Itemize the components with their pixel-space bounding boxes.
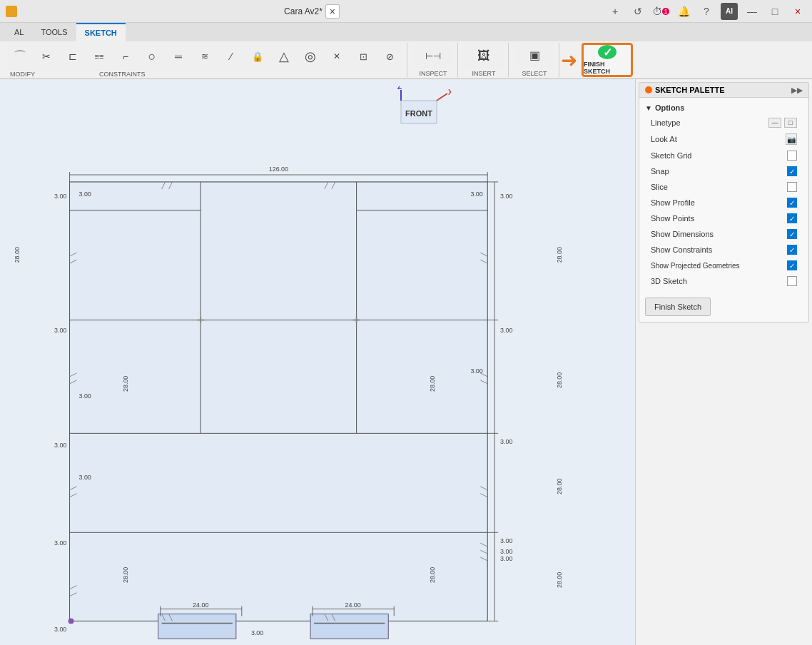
dim-3-mr4: 3.00 — [500, 548, 512, 555]
options-label: Options — [655, 103, 685, 112]
right-panel: SKETCH PALETTE ▶▶ ▼ Options Linetype — □ — [635, 79, 812, 645]
snap-label: Snap — [651, 167, 669, 176]
dim-3-bl: 3.00 — [54, 626, 66, 633]
dim-3-inner3: 3.00 — [78, 474, 91, 481]
svg-rect-3 — [70, 182, 488, 621]
lock-tool[interactable]: 🔒 — [245, 42, 270, 71]
cross-tool[interactable]: ✕ — [324, 42, 350, 71]
help-btn[interactable]: ? — [698, 3, 715, 20]
measure-tool[interactable]: ⊢⊣ — [413, 43, 453, 68]
line-tool[interactable]: ∕ — [218, 42, 244, 71]
mirror-tool[interactable]: ≡≡ — [86, 42, 112, 71]
dim-3-door1: 3.00 — [251, 629, 263, 636]
dim-24-right: 24.00 — [345, 601, 360, 609]
circle-tool[interactable]: ○ — [139, 42, 165, 71]
linetype-icon1[interactable]: — — [768, 118, 781, 128]
dim-28-int2: 28.00 — [122, 567, 129, 583]
palette-item-3dsketch: 3D Sketch — [645, 273, 803, 289]
sketch-svg: 126.00 28.00 28.00 28.00 28.00 3.00 3.00… — [0, 79, 635, 645]
sketch-grid-label: Sketch Grid — [651, 151, 691, 160]
select-group: ▣ SELECT — [510, 43, 559, 77]
titlebar-actions: + ↺ ⏱1 🔔 ? AI — □ × — [607, 3, 806, 20]
linetype-icon2[interactable]: □ — [784, 118, 797, 128]
constraints-label: CONSTRAINTS — [99, 71, 146, 78]
select-label: SELECT — [522, 70, 547, 77]
canvas-area[interactable]: FRONT Z X — [0, 79, 635, 645]
3dsketch-label: 3D Sketch — [651, 277, 687, 285]
toolbar-tabs: AL TOOLS SKETCH — [0, 23, 812, 41]
close-btn[interactable]: × — [789, 3, 806, 20]
dim-28-right4: 28.00 — [556, 572, 563, 588]
sketch-grid-checkbox[interactable] — [787, 151, 797, 161]
slice-checkbox[interactable] — [787, 182, 797, 192]
show-points-label: Show Points — [651, 214, 694, 223]
show-points-checkbox[interactable]: ✓ — [787, 213, 797, 223]
options-header[interactable]: ▼ Options — [645, 101, 803, 115]
dim-28-int4: 28.00 — [429, 567, 436, 583]
tab-al[interactable]: AL — [6, 23, 32, 41]
show-projected-checkbox[interactable]: ✓ — [787, 260, 797, 270]
tab-tools[interactable]: TOOLS — [32, 23, 76, 41]
tab-close-btn[interactable]: × — [325, 4, 340, 19]
palette-item-show-profile: Show Profile ✓ — [645, 195, 803, 210]
palette-dot — [645, 86, 652, 93]
linetype-label: Linetype — [651, 118, 681, 127]
image-insert-tool[interactable]: 🖼 — [464, 43, 504, 68]
minimize-btn[interactable]: — — [744, 3, 761, 20]
dim-3-tr: 3.00 — [500, 193, 512, 200]
palette-expand-icon[interactable]: ▶▶ — [791, 86, 803, 94]
dim-28-int3: 28.00 — [429, 376, 436, 392]
dim-3-ml3: 3.00 — [54, 539, 66, 547]
snap-checkbox[interactable]: ✓ — [787, 166, 797, 176]
svg-rect-18 — [310, 614, 388, 639]
ai-btn[interactable]: AI — [721, 3, 738, 20]
history-btn[interactable]: ⏱1 — [652, 3, 669, 20]
maximize-btn[interactable]: □ — [766, 3, 783, 20]
dim-28-left1: 28.00 — [14, 247, 21, 263]
refresh-btn[interactable]: ↺ — [629, 3, 646, 20]
offset-tool[interactable]: ⊏ — [60, 42, 86, 71]
triangle-tool[interactable]: △ — [271, 42, 297, 71]
tab-sketch[interactable]: SKETCH — [76, 23, 126, 41]
palette-item-show-points: Show Points ✓ — [645, 210, 803, 226]
dim-3-inner1: 3.00 — [78, 191, 91, 198]
extend-tool[interactable]: ⊘ — [377, 42, 402, 71]
main-content: FRONT Z X — [0, 79, 812, 645]
modify-label: MODIFY — [10, 71, 35, 78]
palette-item-snap: Snap ✓ — [645, 163, 803, 179]
lookat-label: Look At — [651, 135, 677, 143]
rect-tool[interactable]: ⊡ — [350, 42, 376, 71]
fillet-tool[interactable]: ⌐ — [113, 42, 138, 71]
pattern-tool[interactable]: ≋ — [192, 42, 218, 71]
show-dimensions-label: Show Dimensions — [651, 230, 714, 238]
toolbar-row: ⌒ ✂ ⊏ ≡≡ ⌐ ○ ═ ≋ ∕ 🔒 △ ◎ ✕ ⊡ ⊘ — [0, 41, 812, 78]
dim-3-ml1: 3.00 — [54, 327, 66, 334]
equal-tool[interactable]: ═ — [166, 42, 191, 71]
show-dimensions-checkbox[interactable]: ✓ — [787, 229, 797, 239]
new-tab-btn[interactable]: + — [607, 3, 624, 20]
dim-3-inner5: 3.00 — [470, 367, 482, 375]
palette-item-sketch-grid: Sketch Grid — [645, 148, 803, 163]
show-profile-checkbox[interactable]: ✓ — [787, 198, 797, 208]
select-tool[interactable]: ▣ — [514, 43, 554, 68]
finish-sketch-button[interactable]: ✓ FINISH SKETCH — [582, 43, 633, 77]
lookat-icon[interactable]: 📷 — [786, 133, 797, 145]
palette-header[interactable]: SKETCH PALETTE ▶▶ — [639, 83, 808, 98]
inspect-group: ⊢⊣ INSPECT — [409, 43, 458, 77]
3dsketch-checkbox[interactable] — [787, 276, 797, 286]
ellipse-tool[interactable]: ◎ — [298, 42, 323, 71]
slice-label: Slice — [651, 183, 668, 191]
palette-item-show-constraints: Show Constraints ✓ — [645, 242, 803, 258]
title-bar-right: + ↺ ⏱1 🔔 ? AI — □ × — [607, 3, 806, 20]
dim-3-ml2: 3.00 — [54, 442, 66, 449]
finish-sketch-palette-btn[interactable]: Finish Sketch — [645, 298, 711, 316]
dim-28-right2: 28.00 — [556, 372, 563, 388]
dim-3-mr2: 3.00 — [500, 438, 512, 445]
svg-line-2 — [437, 93, 447, 101]
toolbar-area: AL TOOLS SKETCH ⌒ ✂ ⊏ ≡≡ ⌐ ○ ═ ≋ ∕ 🔒 △ — [0, 23, 812, 79]
trim-tool[interactable]: ✂ — [34, 42, 59, 71]
arc-tool[interactable]: ⌒ — [7, 42, 33, 71]
sketch-palette: SKETCH PALETTE ▶▶ ▼ Options Linetype — □ — [639, 82, 809, 322]
notifications-btn[interactable]: 🔔 — [675, 3, 692, 20]
show-constraints-checkbox[interactable]: ✓ — [787, 245, 797, 255]
